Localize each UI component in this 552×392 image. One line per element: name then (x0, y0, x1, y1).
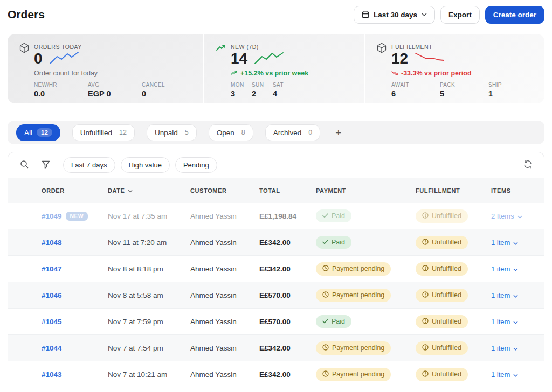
clock-icon (322, 291, 329, 299)
tab-count-badge: 12 (37, 128, 52, 137)
alert-circle-icon (422, 291, 429, 299)
items-expander[interactable]: 2 Items (491, 212, 522, 220)
orders-card: Last 7 days High value Pending ORDER DAT… (8, 152, 544, 387)
table-row[interactable]: #1045 Nov 7 at 7:59 pm Ahmed Yassin E£57… (8, 308, 544, 334)
clock-icon (322, 370, 329, 379)
stat-label: ORDERS TODAY (34, 42, 196, 50)
calendar-icon (362, 11, 369, 18)
order-customer: Ahmed Yassin (190, 212, 259, 220)
items-expander[interactable]: 1 item (491, 344, 518, 352)
stat-columns: NEW/HR0.0 AVGEGP 0 CANCEL0 (34, 82, 196, 98)
payment-badge: Payment pending (316, 289, 391, 302)
order-link[interactable]: #1049 (42, 212, 62, 220)
column-header-items: ITEMS (491, 187, 533, 194)
items-expander[interactable]: 1 item (491, 239, 518, 247)
payment-badge: Payment pending (316, 341, 391, 355)
chevron-down-icon (518, 212, 522, 220)
stat-label: NEW (7D) (231, 42, 356, 50)
order-link[interactable]: #1044 (42, 344, 62, 352)
payment-badge: Paid (316, 315, 351, 328)
export-button[interactable]: Export (440, 6, 480, 24)
tabs-bar: All12 Unfulfilled12 Unpaid5 Open8 Archiv… (8, 121, 544, 144)
order-link[interactable]: #1048 (42, 239, 62, 247)
fulfillment-badge: Unfulfilled (416, 289, 468, 302)
stats-card-fulfillment: FULFILLMENT 12 -33.3% vs prior period AW… (364, 34, 544, 103)
alert-circle-icon (422, 318, 429, 326)
tab-archived[interactable]: Archived0 (265, 124, 320, 141)
stat-value: 14 (231, 51, 247, 66)
order-link[interactable]: #1047 (42, 265, 62, 273)
chevron-down-icon (422, 13, 427, 16)
order-customer: Ahmed Yassin (190, 239, 259, 247)
filter-button[interactable] (40, 159, 51, 171)
column-header-payment: PAYMENT (316, 187, 416, 194)
table-row[interactable]: #1044 Nov 7 at 7:54 pm Ahmed Yassin E£34… (8, 334, 544, 361)
table-row[interactable]: #1048 Nov 11 at 7:20 am Ahmed Yassin E£3… (8, 229, 544, 255)
search-icon (20, 160, 29, 170)
column-header-total: TOTAL (259, 187, 316, 194)
tab-unpaid[interactable]: Unpaid5 (147, 124, 197, 141)
tab-open[interactable]: Open8 (209, 124, 253, 141)
order-link[interactable]: #1045 (42, 318, 62, 326)
chip-last-7-days[interactable]: Last 7 days (63, 157, 115, 173)
page-title: Orders (8, 8, 45, 21)
tab-unfulfilled[interactable]: Unfulfilled12 (72, 124, 135, 141)
payment-badge: Payment pending (316, 368, 391, 381)
package-icon (376, 43, 387, 55)
order-customer: Ahmed Yassin (190, 344, 259, 352)
stat-trend: +15.2% vs prior week (231, 69, 356, 77)
order-link[interactable]: #1046 (42, 291, 62, 299)
alert-circle-icon (422, 370, 429, 379)
new-badge: NEW (66, 212, 88, 221)
alert-circle-icon (422, 344, 429, 352)
clock-icon (322, 344, 329, 352)
alert-circle-icon (422, 265, 429, 273)
add-tab-button[interactable]: + (332, 128, 344, 138)
items-expander[interactable]: 1 item (491, 370, 518, 379)
search-button[interactable] (19, 159, 30, 171)
alert-circle-icon (422, 239, 429, 247)
column-header-fulfillment: FULFILLMENT (416, 187, 491, 194)
order-total: E£1,198.84 (259, 212, 316, 220)
order-total: E£570.00 (259, 318, 316, 326)
table-row[interactable]: #1047 Nov 8 at 8:18 pm Ahmed Yassin E£34… (8, 255, 544, 282)
chevron-down-icon (513, 318, 518, 326)
items-expander[interactable]: 1 item (491, 318, 518, 326)
stat-subtitle: Order count for today (34, 69, 196, 77)
order-total: E£342.00 (259, 344, 316, 352)
sparkline-green (254, 51, 285, 67)
check-icon (322, 239, 328, 246)
stat-value: 12 (391, 51, 408, 66)
order-date: Nov 7 at 7:59 pm (108, 318, 190, 326)
order-date: Nov 7 at 7:54 pm (108, 344, 190, 352)
stat-value: 0 (34, 51, 43, 66)
table-row[interactable]: #1043 Nov 7 at 10:21 am Ahmed Yassin E£3… (8, 361, 544, 387)
fulfillment-badge: Unfulfilled (416, 262, 468, 276)
items-expander[interactable]: 1 item (491, 291, 518, 299)
chip-high-value[interactable]: High value (121, 157, 170, 173)
create-order-button[interactable]: Create order (485, 6, 544, 24)
order-customer: Ahmed Yassin (190, 291, 259, 299)
column-header-date[interactable]: DATE (108, 187, 190, 194)
chevron-down-icon (513, 370, 518, 379)
tab-all[interactable]: All12 (16, 124, 60, 141)
fulfillment-badge: Unfulfilled (416, 368, 468, 381)
table-row[interactable]: #1049 NEW Nov 17 at 7:35 am Ahmed Yassin… (8, 202, 544, 229)
order-total: E£570.00 (259, 291, 316, 299)
topbar-actions: Last 30 days Export Create order (354, 6, 544, 24)
stats-strip: ORDERS TODAY 0 Order count for today NEW… (8, 34, 544, 103)
items-expander[interactable]: 1 item (491, 265, 518, 273)
fulfillment-badge: Unfulfilled (416, 315, 468, 328)
chip-pending[interactable]: Pending (175, 157, 217, 173)
refresh-button[interactable] (522, 159, 533, 171)
clock-icon (322, 265, 329, 273)
order-date: Nov 8 at 8:18 pm (108, 265, 190, 273)
order-link[interactable]: #1043 (42, 370, 62, 379)
table-row[interactable]: #1046 Nov 8 at 5:58 am Ahmed Yassin E£57… (8, 282, 544, 308)
column-header-order: ORDER (42, 187, 108, 194)
order-total: E£342.00 (259, 370, 316, 379)
sparkline-blue (49, 51, 80, 67)
stat-trend: -33.3% vs prior period (391, 69, 537, 77)
order-date: Nov 7 at 10:21 am (108, 370, 190, 379)
date-range-button[interactable]: Last 30 days (354, 6, 435, 24)
